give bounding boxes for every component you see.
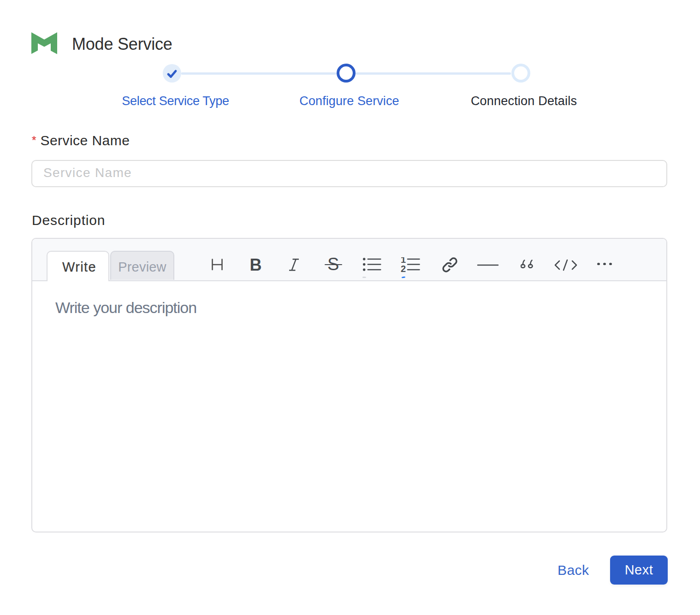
svg-text:2: 2 <box>401 264 406 273</box>
